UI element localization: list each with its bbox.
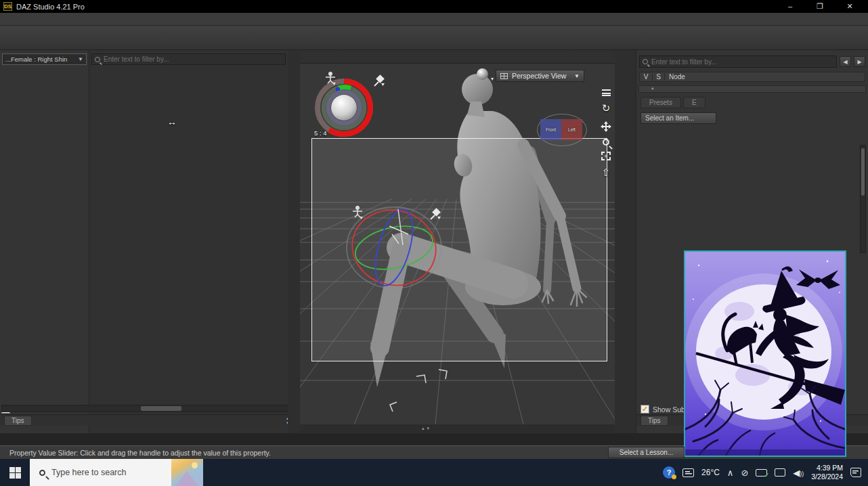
main-toolbar xyxy=(0,26,868,50)
pan-icon[interactable] xyxy=(599,120,613,133)
viewport-tool-column: ↻ + ⇧ xyxy=(599,89,613,179)
hidden-icons-chevron[interactable]: ∧ xyxy=(727,468,734,478)
select-item-dropdown[interactable]: Select an Item... xyxy=(641,112,716,124)
tab-editor-partial[interactable]: E xyxy=(683,97,706,108)
volume-icon[interactable]: ◀)) xyxy=(793,468,804,478)
temperature-label[interactable]: 26°C xyxy=(701,468,720,477)
start-button[interactable] xyxy=(0,459,30,486)
restore-button[interactable]: ❐ xyxy=(805,2,835,11)
viewport-pane: 5 : 4 xyxy=(300,50,615,433)
view-selector-value: Perspective View xyxy=(512,72,566,80)
network-globe-icon[interactable]: ⊘ xyxy=(741,468,748,478)
timeline-arrow-up[interactable]: ▴ xyxy=(422,426,425,431)
taskbar-search-input[interactable] xyxy=(51,468,153,477)
cast-icon[interactable] xyxy=(775,468,785,477)
title-bar: DS DAZ Studio 4.21 Pro – ❐ ✕ xyxy=(0,0,868,13)
left-tips-bar: Tips ▲▼ xyxy=(0,414,292,426)
pin-icon-2[interactable] xyxy=(429,208,441,221)
scrollbar-thumb[interactable] xyxy=(141,406,181,411)
time-label: 4:39 PM xyxy=(811,464,843,472)
minimize-button[interactable]: – xyxy=(775,2,805,11)
scene-filter xyxy=(639,56,837,68)
witch-moon-art xyxy=(685,252,845,456)
select-lesson-button[interactable]: Select a Lesson... xyxy=(608,447,685,458)
scrollbar-thumb[interactable] xyxy=(861,148,865,196)
window-title: DAZ Studio 4.21 Pro xyxy=(16,3,85,11)
tab-presets[interactable]: Presets xyxy=(641,97,681,108)
close-button[interactable]: ✕ xyxy=(835,2,865,11)
scope-dropdown[interactable]: ...Female : Right Shin ▼ xyxy=(2,53,87,65)
left-dock-tabs xyxy=(288,50,300,433)
action-center-icon[interactable] xyxy=(850,468,861,477)
view-navigation-cube[interactable]: Front Left xyxy=(537,114,587,146)
search-icon xyxy=(39,470,45,476)
parameter-filter xyxy=(91,53,286,65)
system-tray: ? 26°C ∧ ⊘ ◀)) 4:39 PM 3/28/2024 xyxy=(663,464,868,481)
figure-scale-icon[interactable] xyxy=(324,72,337,85)
window-controls: – ❐ ✕ xyxy=(775,2,865,11)
chevron-down-icon: ▼ xyxy=(574,73,580,79)
show-sub-checkbox[interactable]: ✓ xyxy=(641,405,649,414)
resize-cursor: ↔ xyxy=(167,116,177,127)
horizontal-scrollbar[interactable] xyxy=(1,405,292,412)
visibility-column-header[interactable]: V xyxy=(640,73,652,81)
orbit-icon[interactable]: ↻ xyxy=(599,102,613,114)
frame-view-icon[interactable]: + xyxy=(601,152,611,160)
home-view-icon[interactable]: ⇧ xyxy=(599,167,613,179)
viewport-bottom-strip: ▴ ▾ xyxy=(300,424,615,433)
halloween-image-overlay[interactable] xyxy=(684,250,846,457)
search-icon xyxy=(95,57,100,62)
scene-tree-header: V S Node xyxy=(639,72,865,82)
parameters-nav-panel: ...Female : Right Shin ▼ ✓ Show Sub Item… xyxy=(0,50,89,433)
tips-tab[interactable]: Tips xyxy=(4,416,32,426)
scene-filter-row: ◀ ▶ xyxy=(639,56,865,68)
cube-left-face[interactable]: Left xyxy=(561,119,582,140)
selectability-column-header[interactable]: S xyxy=(652,73,664,81)
camera-grid-icon xyxy=(500,73,508,79)
figure-scale-icon-2[interactable] xyxy=(351,206,364,219)
parameter-filter-input[interactable] xyxy=(104,56,282,63)
help-tray-icon[interactable]: ? xyxy=(663,466,675,479)
clock[interactable]: 4:39 PM 3/28/2024 xyxy=(811,464,843,481)
tips-tab[interactable]: Tips xyxy=(641,416,668,426)
pane-splitter[interactable] xyxy=(638,85,866,93)
news-widget-icon[interactable] xyxy=(682,468,694,477)
show-sub-label: Show Sub xyxy=(653,405,685,414)
taskbar-search[interactable] xyxy=(30,459,203,486)
nav-back-button[interactable]: ◀ xyxy=(840,56,851,67)
scene-filter-input[interactable] xyxy=(651,58,833,66)
pose-rotation-ball[interactable] xyxy=(314,78,374,137)
node-column-header[interactable]: Node xyxy=(664,73,865,81)
viewport-tabs xyxy=(300,50,615,64)
status-text: Property Value Slider: Click and drag th… xyxy=(9,449,271,457)
view-selector-dropdown[interactable]: Perspective View ▼ xyxy=(496,70,584,82)
parameters-panel xyxy=(89,50,288,433)
battery-icon[interactable] xyxy=(756,469,767,477)
chevron-down-icon: ▼ xyxy=(78,56,83,62)
windows-logo-icon xyxy=(9,467,21,479)
weather-thumbnail[interactable] xyxy=(171,459,203,486)
menu-bar xyxy=(0,13,868,26)
scene-scrollbar[interactable] xyxy=(860,145,866,253)
viewport-canvas[interactable]: 5 : 4 xyxy=(300,64,615,424)
windows-taskbar: ? 26°C ∧ ⊘ ◀)) 4:39 PM 3/28/2024 xyxy=(0,459,868,486)
presets-tabs: Presets E xyxy=(641,97,868,108)
right-dock-tabs xyxy=(615,50,636,433)
zoom-icon[interactable] xyxy=(603,139,609,146)
scope-value: ...Female : Right Shin xyxy=(5,56,67,63)
search-icon xyxy=(643,59,648,64)
timeline-arrow-down[interactable]: ▾ xyxy=(427,426,430,431)
draw-style-sphere-icon[interactable] xyxy=(477,68,488,80)
viewport-menu-icon[interactable] xyxy=(602,89,611,96)
cube-front-face[interactable]: Front xyxy=(540,119,561,140)
pin-icon[interactable] xyxy=(372,74,385,88)
nav-forward-button[interactable]: ▶ xyxy=(854,56,865,67)
date-label: 3/28/2024 xyxy=(811,472,843,481)
app-logo: DS xyxy=(3,2,12,11)
